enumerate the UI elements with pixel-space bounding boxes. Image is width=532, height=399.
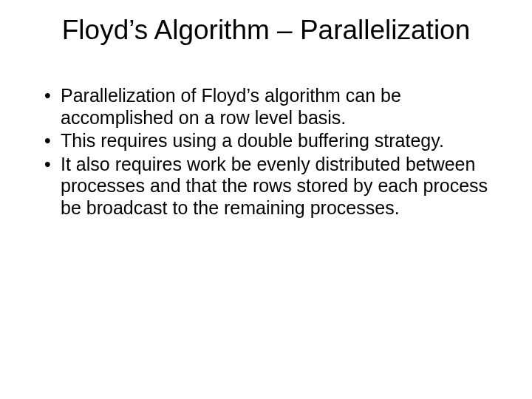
bullet-list: Parallelization of Floyd’s algorithm can… [40, 85, 495, 219]
list-item: Parallelization of Floyd’s algorithm can… [40, 85, 495, 129]
list-item: It also requires work be evenly distribu… [40, 154, 495, 219]
slide-body: Parallelization of Floyd’s algorithm can… [40, 85, 495, 220]
slide: Floyd’s Algorithm – Parallelization Para… [0, 0, 532, 399]
list-item: This requires using a double buffering s… [40, 130, 495, 152]
slide-title: Floyd’s Algorithm – Parallelization [0, 15, 532, 46]
